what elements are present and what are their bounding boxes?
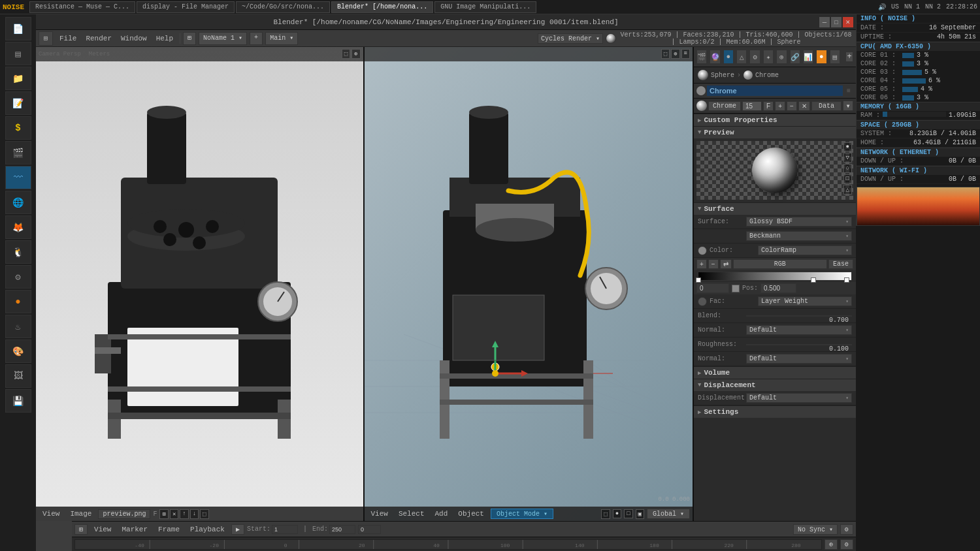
vp-left-btn2[interactable]: ⊕ <box>351 49 360 59</box>
sidebar-icon-scene[interactable]: $ <box>5 116 31 140</box>
volume-header[interactable]: ▶ Volume <box>694 366 856 379</box>
sidebar-icon-data[interactable]: 📝 <box>5 91 31 115</box>
workspace-selector[interactable]: NoName 1 ▾ <box>199 32 247 45</box>
vp-view-menu[interactable]: View <box>39 509 63 519</box>
bottom-playback-menu[interactable]: Playback <box>186 524 229 535</box>
solid-btn[interactable]: ● <box>613 509 621 518</box>
menu-help[interactable]: Help <box>152 33 177 44</box>
prop-particles-icon[interactable]: ✦ <box>763 50 774 64</box>
layout-selector[interactable]: Main ▾ <box>265 32 298 45</box>
ramp-pos-input[interactable] <box>760 283 796 293</box>
prop-modifier-icon[interactable]: ⚙ <box>749 50 760 64</box>
current-frame-input[interactable] <box>358 525 381 534</box>
preview-header[interactable]: ▼ Preview <box>694 126 856 138</box>
mat-add-btn[interactable]: + <box>775 101 785 111</box>
end-frame-input[interactable] <box>329 525 355 534</box>
tab-gimp[interactable]: GNU Image Manipulati... <box>434 1 536 13</box>
normal1-dropdown[interactable]: Default ▾ <box>746 325 852 335</box>
fac-dropdown[interactable]: Layer Weight ▾ <box>758 296 852 306</box>
vp-icon4[interactable]: ↓ <box>190 509 199 519</box>
material-f-btn[interactable]: F <box>763 101 774 111</box>
close-button[interactable]: ✕ <box>843 17 853 27</box>
playback-extras[interactable]: ⚙ <box>840 524 853 535</box>
add-prop-button[interactable]: + <box>845 52 853 62</box>
prop-world-icon[interactable]: ● <box>723 50 734 64</box>
material-name-input[interactable] <box>707 86 843 96</box>
ramp-stop-right[interactable] <box>844 277 849 283</box>
prev-icon5[interactable]: △ <box>843 185 852 195</box>
mat-x-btn[interactable]: ✕ <box>798 101 810 111</box>
cramp-mode-selector[interactable]: RGB <box>733 259 827 269</box>
tab-code[interactable]: ~/Code/Go/src/nona... <box>236 1 330 13</box>
viewport-right[interactable]: ⬚ ⊕ ≡ 0.0 0.000 View Select Add Object <box>365 47 693 521</box>
menu-render[interactable]: Render <box>82 33 116 44</box>
view-type-icon[interactable]: ⊞ <box>39 31 53 46</box>
prev-icon2[interactable]: ▽ <box>843 153 852 163</box>
vp-icon5[interactable]: ⬚ <box>200 509 208 519</box>
blend-slider[interactable]: 0.700 <box>746 315 852 317</box>
bottom-marker-menu[interactable]: Marker <box>118 524 152 535</box>
sync-mode-selector[interactable]: No Sync ▾ <box>793 524 838 535</box>
add-area-button[interactable]: + <box>250 32 263 45</box>
color-ramp-bar[interactable] <box>698 272 852 281</box>
sidebar-icon-outliner[interactable]: ▤ <box>5 42 31 65</box>
color-dropdown[interactable]: ColorRamp ▾ <box>758 245 852 255</box>
sidebar-icon-firefox[interactable]: 🦊 <box>5 215 31 239</box>
render-btn[interactable]: ⬚ <box>601 509 610 519</box>
ramp-stop-left[interactable] <box>696 277 701 283</box>
fac-node-dot[interactable] <box>698 297 707 306</box>
filename-field[interactable]: preview.png <box>98 509 150 519</box>
vp-right-btn2[interactable]: ⊕ <box>671 49 679 59</box>
sidebar-icon-render[interactable]: 🎬 <box>5 141 31 165</box>
sidebar-icon-system[interactable]: 🐧 <box>5 240 31 264</box>
vp-add-menu[interactable]: Add <box>431 509 452 519</box>
bottom-view-icon[interactable]: ⊞ <box>74 524 88 535</box>
bottom-frame-menu[interactable]: Frame <box>154 524 184 535</box>
vp-view-menu2[interactable]: View <box>367 509 392 519</box>
wire-btn[interactable]: □ <box>624 509 632 518</box>
viewport-left[interactable]: Camera Persp Meters ⬚ ⊕ View Image previ… <box>36 47 365 521</box>
prop-render-icon[interactable]: 🎬 <box>696 50 707 64</box>
vp-icon2[interactable]: ✕ <box>170 509 178 519</box>
sidebar-icon-compositor[interactable]: 〰 <box>5 166 31 189</box>
sidebar-icon-inkscape[interactable]: ♨ <box>5 315 31 338</box>
material-name-btn[interactable]: Chrome <box>708 101 741 111</box>
sidebar-icon-save[interactable]: 💾 <box>5 389 31 413</box>
ramp-index-input[interactable] <box>696 283 729 293</box>
sidebar-icon-info[interactable]: 📄 <box>5 17 31 40</box>
shader-dropdown[interactable]: Glossy BSDF ▾ <box>746 217 852 227</box>
cramp-interp-selector[interactable]: Ease <box>828 259 853 269</box>
mode-selector[interactable]: Object Mode ▾ <box>491 509 553 519</box>
color-picker-swatch[interactable] <box>732 285 740 292</box>
data-btn[interactable]: Data <box>811 101 841 111</box>
timeline-ruler[interactable]: -40 -20 0 20 40 100 140 180 220 280 <box>74 539 822 550</box>
displacement-header[interactable]: ▼ Displacement <box>694 379 856 391</box>
displacement-dropdown[interactable]: Default ▾ <box>746 393 852 403</box>
vp-right-btn3[interactable]: ≡ <box>681 49 690 59</box>
render-engine-selector[interactable]: Cycles Render ▾ <box>538 33 603 44</box>
cramp-remove-btn[interactable]: − <box>708 259 719 269</box>
start-frame-input[interactable] <box>272 525 298 534</box>
color-node-dot[interactable] <box>698 246 707 255</box>
prop-physics-icon[interactable]: ⊕ <box>776 50 787 64</box>
vp-image-menu[interactable]: Image <box>66 509 95 519</box>
material-number-input[interactable] <box>742 101 762 111</box>
sidebar-icon-blender[interactable]: ● <box>5 290 31 313</box>
vp-right-btn1[interactable]: ⬚ <box>661 49 670 59</box>
prop-data-icon[interactable]: 📊 <box>803 50 813 64</box>
prev-icon1[interactable]: ● <box>843 142 852 151</box>
minimize-button[interactable]: ─ <box>819 17 830 27</box>
prop-constraints-icon[interactable]: 🔗 <box>790 50 800 64</box>
custom-properties-header[interactable]: ▶ Custom Properties <box>694 114 856 126</box>
prop-texture-icon[interactable]: ▤ <box>830 50 840 64</box>
settings-header[interactable]: ▶ Settings <box>694 405 856 418</box>
vp-icon3[interactable]: ↑ <box>180 509 188 519</box>
keying-btn[interactable]: ⚙ <box>840 539 853 550</box>
vp-icon1[interactable]: ⊞ <box>159 509 168 519</box>
menu-file[interactable]: File <box>56 33 80 44</box>
sidebar-icon-files[interactable]: 📁 <box>5 67 31 90</box>
timeline-bar[interactable]: -40 -20 0 20 40 100 140 180 220 280 ⊕ ⚙ <box>72 537 856 551</box>
cramp-flip-btn[interactable]: ⇄ <box>720 259 732 269</box>
mat-minus-btn[interactable]: − <box>787 101 797 111</box>
tab-blender[interactable]: Blender* [/home/nona... <box>331 1 433 13</box>
